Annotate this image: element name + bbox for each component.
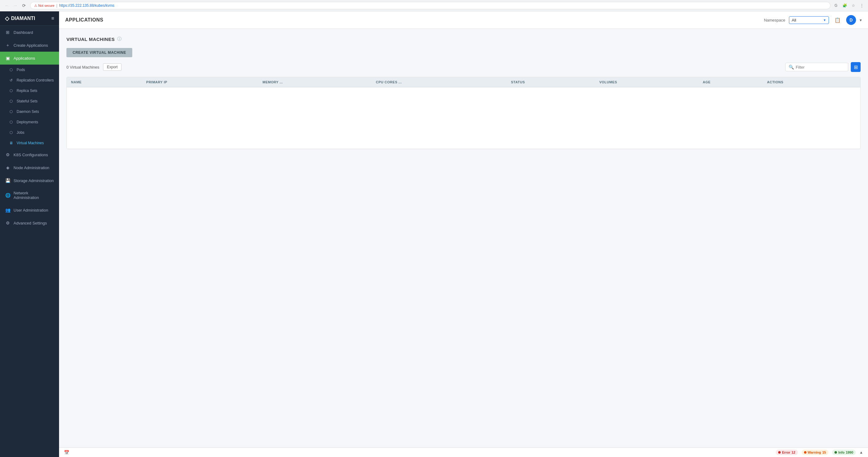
url-bar[interactable]: ⚠ Not secure | https://35.222.135.88/kub… (30, 2, 831, 9)
sidebar-item-virtual-machines[interactable]: 🖥 Virtual Machines (0, 138, 59, 148)
url-text: https://35.222.135.88/kubes/kvms (59, 3, 114, 8)
vm-table-container: NAME PRIMARY IP MEMORY ... CPU CORES ...… (66, 77, 861, 149)
search-input[interactable] (796, 65, 845, 69)
page-title: APPLICATIONS (65, 17, 103, 23)
section-title-row: VIRTUAL MACHINES ⓘ (66, 36, 861, 42)
col-name: NAME (67, 77, 142, 87)
warning-icon: ⚠ (34, 4, 37, 8)
sidebar-item-label: Advanced Settings (13, 221, 47, 225)
replica-sets-icon: ⬡ (9, 88, 13, 93)
sidebar-item-label: Jobs (17, 130, 24, 135)
sidebar-item-advanced-settings[interactable]: ⚙ Advanced Settings (0, 216, 59, 230)
col-primary-ip: PRIMARY IP (142, 77, 258, 87)
back-button[interactable]: ← (3, 2, 10, 9)
error-label: Error (782, 451, 790, 454)
sidebar-item-label: User Administration (13, 208, 48, 213)
sidebar-item-label: Pods (17, 68, 25, 72)
namespace-selector[interactable]: All ▼ (789, 16, 829, 24)
status-bar: 📅 Error 12 Warning 15 Info 1990 (59, 448, 868, 457)
user-dropdown-icon[interactable]: ▾ (860, 18, 862, 23)
stateful-sets-icon: ⬡ (9, 99, 13, 104)
sidebar-item-label: Virtual Machines (17, 141, 44, 145)
sidebar-item-applications[interactable]: ▣ Applications (0, 52, 59, 65)
k8s-icon: ⚙ (5, 152, 10, 157)
sidebar-item-stateful-sets[interactable]: ⬡ Stateful Sets (0, 96, 59, 106)
warning-badge[interactable]: Warning 15 (802, 450, 829, 455)
sidebar-item-network-administration[interactable]: 🌐 Network Administration (0, 187, 59, 204)
vm-count: 0 Virtual Machines (66, 65, 99, 69)
status-right: Error 12 Warning 15 Info 1990 ▲ (776, 450, 863, 455)
browser-chrome: ← → ⟳ ⚠ Not secure | https://35.222.135.… (0, 0, 868, 11)
warning-count: 15 (822, 451, 826, 454)
menu-icon[interactable]: ⋮ (859, 2, 865, 9)
sidebar-item-label: Storage Administration (13, 178, 54, 183)
info-count: 1990 (846, 451, 853, 454)
sidebar-item-replication-controllers[interactable]: ↺ Replication Controllers (0, 75, 59, 86)
vm-info-left: 0 Virtual Machines Export (66, 63, 122, 71)
error-dot (778, 451, 781, 454)
deployments-icon: ⬡ (9, 120, 13, 125)
sidebar-item-label: Deployments (17, 120, 38, 124)
sidebar-item-label: Applications (13, 56, 35, 61)
forward-button[interactable]: → (12, 2, 19, 9)
info-dot (835, 451, 837, 454)
virtual-machines-icon: 🖥 (9, 141, 13, 146)
export-button[interactable]: Export (103, 63, 122, 71)
user-admin-icon: 👥 (5, 207, 10, 213)
search-input-wrap: 🔍 (785, 63, 848, 71)
sidebar-item-daemon-sets[interactable]: ⬡ Daemon Sets (0, 106, 59, 117)
sidebar-toggle-icon[interactable]: ≡ (51, 16, 54, 21)
browser-nav: ← → ⟳ (3, 2, 28, 9)
sidebar-item-replica-sets[interactable]: ⬡ Replica Sets (0, 86, 59, 96)
logo-label: DIAMANTI (11, 16, 35, 21)
col-cpu-cores: CPU CORES ... (372, 77, 506, 87)
error-count: 12 (792, 451, 795, 454)
bookmark-icon[interactable]: ☆ (850, 2, 856, 9)
content-area: VIRTUAL MACHINES ⓘ CREATE VIRTUAL MACHIN… (59, 29, 868, 448)
sidebar-item-user-administration[interactable]: 👥 User Administration (0, 204, 59, 216)
chevron-up-icon[interactable]: ▲ (859, 450, 863, 455)
table-body (67, 87, 860, 149)
sidebar-logo: ◇ DIAMANTI ≡ (0, 11, 59, 26)
status-calendar-icon[interactable]: 📅 (64, 450, 69, 455)
vm-table: NAME PRIMARY IP MEMORY ... CPU CORES ...… (67, 77, 860, 149)
calendar-icon-button[interactable]: 📋 (833, 15, 842, 25)
google-icon[interactable]: G (833, 2, 839, 9)
col-age: AGE (699, 77, 763, 87)
error-badge[interactable]: Error 12 (776, 450, 798, 455)
sidebar-item-create-applications[interactable]: + Create Applications (0, 39, 59, 52)
col-status: STATUS (506, 77, 595, 87)
sidebar-item-label: Network Administration (13, 191, 54, 200)
info-icon[interactable]: ⓘ (117, 36, 122, 42)
sidebar-item-deployments[interactable]: ⬡ Deployments (0, 117, 59, 127)
sidebar-item-node-administration[interactable]: ◈ Node Administration (0, 161, 59, 174)
app-container: ◇ DIAMANTI ≡ ⊞ Dashboard + Create Applic… (0, 11, 868, 457)
sidebar-item-label: K8S Configurations (13, 153, 48, 157)
sidebar-item-storage-administration[interactable]: 💾 Storage Administration (0, 174, 59, 187)
search-icon: 🔍 (788, 65, 794, 69)
pods-icon: ⬡ (9, 67, 13, 72)
info-badge[interactable]: Info 1990 (832, 450, 856, 455)
user-avatar[interactable]: D (846, 15, 856, 25)
header-right: Namespace All ▼ 📋 D ▾ (764, 15, 862, 25)
sidebar-item-label: Stateful Sets (17, 99, 37, 103)
table-empty-row (67, 87, 860, 149)
extensions-icon[interactable]: 🧩 (841, 2, 848, 9)
section-title: VIRTUAL MACHINES (66, 37, 115, 42)
reload-button[interactable]: ⟳ (20, 2, 28, 9)
warning-dot (804, 451, 806, 454)
create-virtual-machine-button[interactable]: CREATE VIRTUAL MACHINE (66, 48, 132, 57)
sidebar: ◇ DIAMANTI ≡ ⊞ Dashboard + Create Applic… (0, 11, 59, 457)
sidebar-item-label: Dashboard (13, 30, 33, 35)
vm-info-row: 0 Virtual Machines Export 🔍 ⊞ (66, 62, 861, 72)
grid-view-toggle[interactable]: ⊞ (851, 62, 861, 72)
warning-label: Warning (808, 451, 821, 454)
sidebar-item-k8s-configurations[interactable]: ⚙ K8S Configurations (0, 148, 59, 161)
dashboard-icon: ⊞ (5, 30, 10, 35)
logo: ◇ DIAMANTI (5, 15, 35, 22)
security-indicator: ⚠ Not secure (34, 4, 55, 8)
sidebar-item-pods[interactable]: ⬡ Pods (0, 65, 59, 75)
sidebar-item-dashboard[interactable]: ⊞ Dashboard (0, 26, 59, 39)
sidebar-item-jobs[interactable]: ⬡ Jobs (0, 127, 59, 138)
jobs-icon: ⬡ (9, 130, 13, 135)
